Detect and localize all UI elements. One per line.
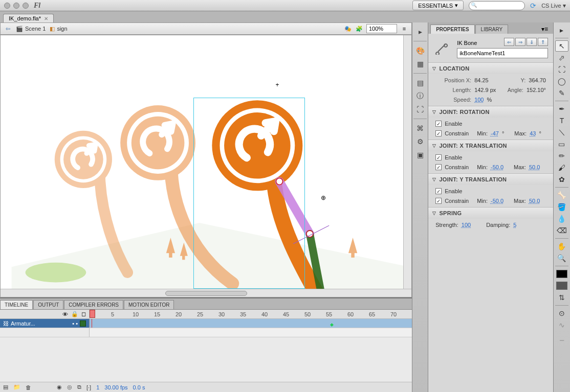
bone-name-input[interactable] [457, 48, 548, 58]
section-spring-head[interactable]: ▽SPRING [428, 207, 553, 219]
close-window-icon[interactable] [4, 3, 10, 9]
search-input[interactable] [469, 1, 525, 10]
color-panel-icon[interactable]: 🎨 [413, 44, 427, 57]
cslive-button[interactable]: CS Live ▾ [541, 2, 566, 9]
speed-value[interactable]: 100 [474, 97, 484, 103]
fps-field[interactable]: 30.00 fps [104, 384, 127, 390]
section-rotation-head[interactable]: ▽JOINT: ROTATION [428, 106, 553, 118]
child-icon[interactable]: ⇓ [527, 38, 537, 46]
subselection-tool[interactable]: ⬀ [555, 52, 568, 63]
selection-tool[interactable]: ↖ [555, 40, 568, 52]
motion-presets-icon[interactable]: ▣ [413, 149, 427, 161]
tab-output[interactable]: OUTPUT [33, 300, 63, 309]
next-sibling-icon[interactable]: ⇒ [515, 38, 525, 46]
free-transform-tool[interactable]: ⛶ [555, 64, 568, 75]
delete-layer-icon[interactable]: 🗑 [26, 384, 31, 390]
zoom-tool[interactable]: 🔍 [555, 252, 568, 264]
visibility-icon[interactable]: 👁 [62, 311, 68, 317]
transform-panel-icon[interactable]: ⛶ [413, 103, 427, 116]
text-tool[interactable]: T [555, 115, 568, 126]
rectangle-tool[interactable]: ▭ [555, 139, 568, 150]
eyedropper-tool[interactable]: 💧 [555, 213, 568, 224]
prev-sibling-icon[interactable]: ⇐ [504, 38, 514, 46]
scene-crumb[interactable]: 🎬 Scene 1 [16, 26, 46, 32]
zoom-window-icon[interactable] [23, 3, 29, 9]
align-panel-icon[interactable]: ▤ [413, 77, 427, 89]
edit-multi-icon[interactable]: ⧉ [77, 384, 81, 390]
stage-vscroll[interactable] [403, 35, 411, 289]
edit-symbol-icon[interactable]: 🧩 [355, 25, 363, 33]
playhead[interactable] [92, 319, 92, 328]
workspace-switcher[interactable]: ESSENTIALS ▾ [412, 1, 464, 10]
sync-icon[interactable]: ⟳ [530, 2, 536, 10]
edit-scene-icon[interactable]: 🎭 [344, 25, 352, 33]
section-ytrans-head[interactable]: ▽JOINT: Y TRANSLATION [428, 174, 553, 185]
3d-rotation-tool[interactable]: ◯ [555, 76, 568, 87]
deco-tool[interactable]: ✿ [555, 174, 568, 185]
layer-row[interactable]: ⛓ Armatur... • • [0, 319, 90, 328]
ytrans-min[interactable]: -50.0 [491, 198, 503, 204]
xtrans-min[interactable]: -50.0 [491, 164, 503, 170]
zoom-menu-icon[interactable]: ≡ [400, 25, 408, 33]
spring-strength[interactable]: 100 [462, 222, 471, 228]
bone-tool[interactable]: 🦴 [555, 190, 568, 201]
swatches-panel-icon[interactable]: ▦ [413, 58, 427, 70]
tab-compiler-errors[interactable]: COMPILER ERRORS [64, 300, 123, 309]
brush-tool[interactable]: 🖌 [555, 162, 568, 173]
tab-timeline[interactable]: TIMELINE [0, 300, 33, 309]
zoom-field[interactable] [366, 24, 397, 33]
layer-frames[interactable]: ◆ [90, 319, 412, 328]
tab-motion-editor[interactable]: MOTION EDITOR [124, 300, 174, 309]
rotation-max[interactable]: 43 [530, 130, 536, 136]
swap-colors-icon[interactable]: ⇅ [555, 292, 568, 303]
symbol-crumb[interactable]: ◧ sign [50, 26, 67, 32]
outline-icon[interactable]: ◻ [81, 311, 86, 317]
layer-color-swatch[interactable] [80, 320, 86, 327]
minimize-window-icon[interactable] [13, 3, 19, 9]
close-tab-icon[interactable]: ✕ [44, 16, 48, 21]
pencil-tool[interactable]: ✏ [555, 150, 568, 162]
new-folder-icon[interactable]: 📁 [13, 384, 20, 390]
rotation-min[interactable]: -47 [491, 130, 499, 136]
section-location-head[interactable]: ▽LOCATION [428, 63, 553, 74]
snap-to-object-icon[interactable]: ⊙ [555, 308, 568, 319]
stroke-color[interactable] [555, 268, 568, 280]
info-panel-icon[interactable]: ⓘ [413, 90, 427, 102]
current-frame-field[interactable]: 1 [96, 384, 99, 390]
back-icon[interactable]: ⇦ [4, 25, 12, 33]
panel-menu-icon[interactable]: ▾≡ [538, 25, 551, 34]
ytrans-max[interactable]: 50.0 [529, 198, 540, 204]
expand-tools-icon[interactable]: ▸ [555, 25, 568, 36]
components-panel-icon[interactable]: ⚙ [413, 135, 427, 148]
window-controls[interactable] [4, 3, 29, 9]
paint-bucket-tool[interactable]: 🪣 [555, 201, 568, 213]
xtrans-max[interactable]: 50.0 [529, 164, 540, 170]
expand-panels-icon[interactable]: ▸ [413, 26, 427, 38]
xtrans-constrain-checkbox[interactable]: ✓ [435, 164, 442, 170]
line-tool[interactable]: ＼ [555, 127, 568, 138]
stage[interactable]: + ⊕ [0, 35, 412, 297]
tab-properties[interactable]: PROPERTIES [430, 25, 474, 34]
parent-icon[interactable]: ⇑ [538, 38, 548, 46]
spring-damping[interactable]: 5 [513, 222, 516, 228]
new-layer-icon[interactable]: ▤ [3, 384, 8, 390]
ytrans-enable-checkbox[interactable]: ✓ [435, 188, 442, 194]
eraser-tool[interactable]: ⌫ [555, 225, 568, 236]
lock-icon[interactable]: 🔒 [71, 311, 78, 317]
tab-library[interactable]: LIBRARY [475, 25, 509, 34]
onion-outline-icon[interactable]: ◎ [67, 384, 72, 390]
section-xtrans-head[interactable]: ▽JOINT: X TRANSLATION [428, 140, 553, 151]
document-tab[interactable]: IK_demo.fla* ✕ [3, 14, 54, 22]
xtrans-enable-checkbox[interactable]: ✓ [435, 154, 442, 160]
hand-tool[interactable]: ✋ [555, 241, 568, 252]
code-snippets-icon[interactable]: ⌘ [413, 122, 427, 134]
frame-ruler[interactable]: 1510152025303540455055606570 [90, 310, 412, 318]
stage-hscroll[interactable] [1, 289, 411, 297]
pen-tool[interactable]: ✒ [555, 103, 568, 114]
fill-color[interactable] [555, 280, 568, 291]
lasso-tool[interactable]: ✎ [555, 87, 568, 99]
ytrans-constrain-checkbox[interactable]: ✓ [435, 198, 442, 204]
rotation-enable-checkbox[interactable]: ✓ [435, 121, 442, 127]
onion-skin-icon[interactable]: ◉ [57, 384, 62, 390]
rotation-constrain-checkbox[interactable]: ✓ [435, 130, 442, 136]
